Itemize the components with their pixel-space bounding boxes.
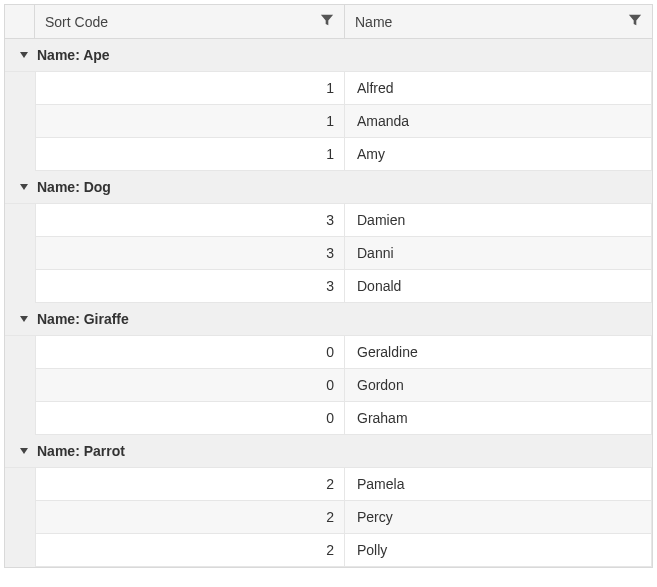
cell-sortcode: 0 [35,402,345,434]
cell-sortcode: 3 [35,204,345,236]
cell-name: Gordon [345,369,652,401]
grid-header-row: Sort Code Name [5,5,652,39]
cell-name: Pamela [345,468,652,500]
cell-sortcode: 0 [35,336,345,368]
column-header-label: Name [355,14,392,30]
group-rows: 3Damien3Danni3Donald [5,204,652,303]
cell-sortcode: 2 [35,468,345,500]
triangle-down-icon [19,179,37,195]
column-header-name[interactable]: Name [345,5,652,38]
table-row[interactable]: 2Pamela [35,468,652,501]
triangle-down-icon [19,443,37,459]
table-row[interactable]: 2Percy [35,501,652,534]
table-row[interactable]: 3Danni [35,237,652,270]
cell-sortcode: 2 [35,501,345,533]
table-row[interactable]: 2Polly [35,534,652,567]
cell-name: Danni [345,237,652,269]
group-header[interactable]: Name: Parrot [5,435,652,468]
cell-name: Polly [345,534,652,566]
grid-body: Name: Ape1Alfred1Amanda1AmyName: Dog3Dam… [5,39,652,567]
triangle-down-icon [19,47,37,63]
cell-name: Alfred [345,72,652,104]
table-row[interactable]: 1Amy [35,138,652,171]
cell-name: Amy [345,138,652,170]
group-header-label: Name: Dog [37,179,111,195]
table-row[interactable]: 3Donald [35,270,652,303]
filter-icon[interactable] [320,13,334,30]
cell-name: Graham [345,402,652,434]
group-header[interactable]: Name: Giraffe [5,303,652,336]
group-rows: 2Pamela2Percy2Polly [5,468,652,567]
group-rows: 1Alfred1Amanda1Amy [5,72,652,171]
filter-icon[interactable] [628,13,642,30]
cell-name: Amanda [345,105,652,137]
cell-sortcode: 1 [35,105,345,137]
group-header[interactable]: Name: Ape [5,39,652,72]
table-row[interactable]: 3Damien [35,204,652,237]
table-row[interactable]: 1Alfred [35,72,652,105]
cell-name: Geraldine [345,336,652,368]
group-header[interactable]: Name: Dog [5,171,652,204]
cell-name: Percy [345,501,652,533]
header-spacer [5,5,35,38]
table-row[interactable]: 0Graham [35,402,652,435]
cell-name: Donald [345,270,652,302]
cell-sortcode: 3 [35,237,345,269]
cell-sortcode: 1 [35,138,345,170]
cell-sortcode: 2 [35,534,345,566]
table-row[interactable]: 0Gordon [35,369,652,402]
table-row[interactable]: 1Amanda [35,105,652,138]
cell-sortcode: 3 [35,270,345,302]
triangle-down-icon [19,311,37,327]
data-grid: Sort Code Name Name: Ape1Alfred1Amanda1A… [4,4,653,568]
cell-name: Damien [345,204,652,236]
group-header-label: Name: Parrot [37,443,125,459]
cell-sortcode: 0 [35,369,345,401]
group-header-label: Name: Giraffe [37,311,129,327]
table-row[interactable]: 0Geraldine [35,336,652,369]
group-rows: 0Geraldine0Gordon0Graham [5,336,652,435]
cell-sortcode: 1 [35,72,345,104]
column-header-label: Sort Code [45,14,108,30]
group-header-label: Name: Ape [37,47,110,63]
column-header-sortcode[interactable]: Sort Code [35,5,345,38]
